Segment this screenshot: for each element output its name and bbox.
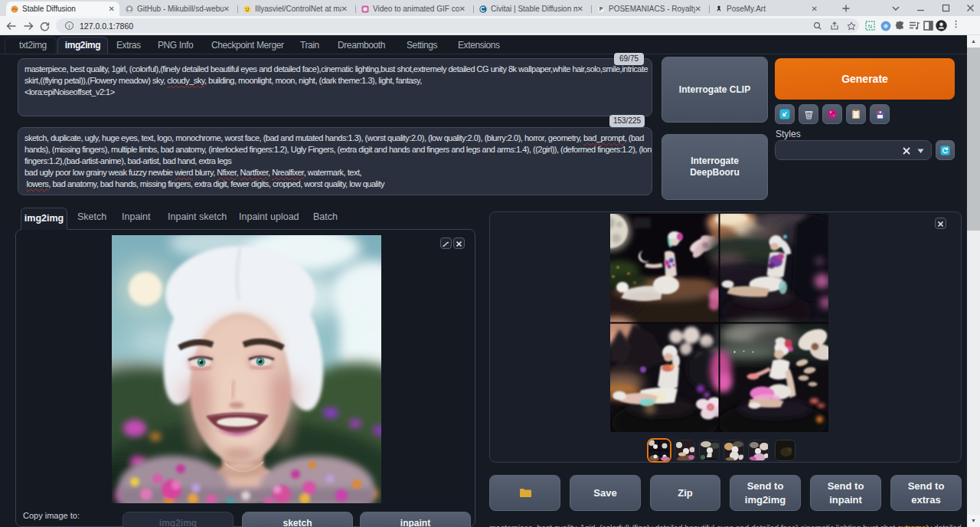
svg-text:P: P xyxy=(599,6,603,11)
svg-text:N: N xyxy=(868,23,872,30)
